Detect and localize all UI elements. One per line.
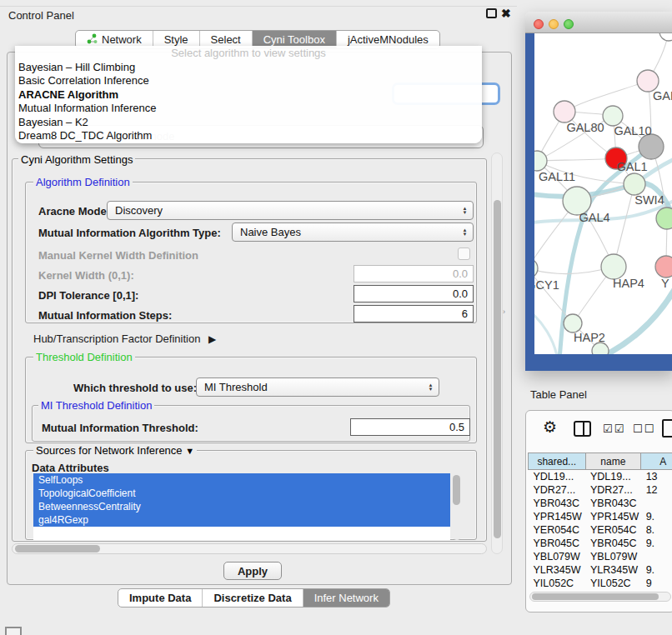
collapse-arrow-icon[interactable]: ▼ xyxy=(185,446,194,456)
table-cell[interactable]: 9. xyxy=(641,563,672,577)
table-cell[interactable]: YDL19... xyxy=(529,470,586,483)
table-cell[interactable]: 13 xyxy=(641,470,672,483)
table-cell[interactable]: 8. xyxy=(641,523,672,537)
algorithm-option[interactable]: Mutual Information Inference xyxy=(15,102,482,115)
network-node[interactable] xyxy=(601,254,626,279)
network-canvas[interactable]: GALGAL80GAL10GAL1GAL11SWI4GAL4GCY1HAP4YH… xyxy=(534,33,672,354)
table-cell[interactable] xyxy=(641,550,672,563)
table-cell[interactable]: YBR043C xyxy=(585,497,641,510)
network-node[interactable] xyxy=(534,258,538,278)
data-attribute-item[interactable]: SelfLoops xyxy=(33,473,450,487)
network-node[interactable] xyxy=(554,101,575,122)
table-cell[interactable]: YDR27... xyxy=(585,483,641,497)
network-node[interactable] xyxy=(655,256,672,278)
data-attributes-list[interactable]: SelfLoopsTopologicalCoefficientBetweenne… xyxy=(33,473,450,540)
table-column-header[interactable]: A xyxy=(641,453,672,470)
table-cell[interactable]: YIL052C xyxy=(529,577,586,590)
table-row[interactable]: YBR045CYBR045C9. xyxy=(529,537,672,550)
algorithm-option[interactable]: Dream8 DC_TDC Algorithm xyxy=(15,129,482,142)
table-hscrollbar-thumb[interactable] xyxy=(532,593,659,600)
kernel-width-input[interactable]: 0.0 xyxy=(354,265,474,282)
table-cell[interactable]: 9 xyxy=(641,577,672,590)
table-cell[interactable]: YER054C xyxy=(529,523,586,537)
table-cell[interactable]: YBR045C xyxy=(585,537,641,550)
network-node[interactable] xyxy=(659,33,672,41)
table-cell[interactable]: YLR345W xyxy=(585,563,641,577)
manual-kernel-width-checkbox[interactable] xyxy=(458,248,470,260)
network-node[interactable] xyxy=(564,314,582,332)
table-cell[interactable]: YBL079W xyxy=(585,550,641,563)
table-cell[interactable]: YDL19... xyxy=(585,470,641,483)
table-cell[interactable]: 12 xyxy=(641,483,672,497)
settings-vscrollbar[interactable] xyxy=(491,152,503,554)
split-columns-icon[interactable] xyxy=(574,421,591,437)
table-row[interactable]: YBR043CYBR043C xyxy=(529,497,672,510)
table-row[interactable]: YDL19...YDL19...13 xyxy=(529,470,672,483)
settings-vscrollbar-thumb[interactable] xyxy=(494,200,501,538)
network-node[interactable] xyxy=(624,173,645,195)
table-cell[interactable]: YPR145W xyxy=(529,510,586,523)
dpi-tolerance-input[interactable]: 0.0 xyxy=(354,285,474,302)
which-threshold-select[interactable]: MI Threshold ▲▼ xyxy=(196,378,439,397)
panel-splitter-arrow[interactable]: › xyxy=(503,308,505,316)
algorithm-option[interactable]: Bayesian – Hill Climbing xyxy=(15,61,482,74)
data-attribute-item[interactable]: BetweennessCentrality xyxy=(33,500,450,513)
table-cell[interactable]: YDR27... xyxy=(529,483,586,497)
attributes-scrollbar[interactable] xyxy=(452,473,462,540)
table-row[interactable]: YER054CYER054C8. xyxy=(529,523,672,537)
table-cell[interactable]: YBR045C xyxy=(529,537,586,550)
algorithm-option[interactable]: Basic Correlation Inference xyxy=(15,74,482,88)
table-cell[interactable]: YLR345W xyxy=(529,563,586,577)
gear-icon[interactable]: ⚙ xyxy=(543,418,557,437)
table-row[interactable]: YLR345WYLR345W9. xyxy=(529,563,672,577)
checked-checkboxes-icon[interactable]: ☑☑ xyxy=(603,422,625,435)
attributes-scrollbar-thumb[interactable] xyxy=(453,475,460,505)
network-node[interactable] xyxy=(592,342,609,354)
algorithm-option[interactable]: ARACNE Algorithm xyxy=(15,88,482,102)
table-cell[interactable]: 9. xyxy=(641,537,672,550)
page-icon[interactable] xyxy=(662,419,672,438)
table-row[interactable]: YDR27...YDR27...12 xyxy=(529,483,672,497)
unchecked-checkboxes-icon[interactable]: ☐☐ xyxy=(633,422,655,435)
settings-hscrollbar[interactable] xyxy=(12,543,487,554)
network-node-label: GCY1 xyxy=(534,278,559,292)
apply-button[interactable]: Apply xyxy=(223,562,282,580)
table-cell[interactable]: 9. xyxy=(641,510,672,523)
mi-threshold-input[interactable]: 0.5 xyxy=(350,418,470,436)
mi-steps-input[interactable]: 6 xyxy=(354,305,474,322)
table-hscrollbar[interactable] xyxy=(529,592,671,602)
table-cell[interactable]: YBL079W xyxy=(529,550,586,563)
float-panel-icon[interactable] xyxy=(486,8,497,18)
table-column-header[interactable]: shared... xyxy=(529,453,586,470)
table-cell[interactable] xyxy=(641,497,672,510)
settings-hscrollbar-thumb[interactable] xyxy=(15,545,100,552)
table-row[interactable]: YBL079WYBL079W xyxy=(529,550,672,563)
zoom-traffic-light[interactable] xyxy=(564,19,574,29)
tab-label: Network xyxy=(102,33,142,46)
table-cell[interactable]: YPR145W xyxy=(585,510,641,523)
table-cell[interactable]: YER054C xyxy=(585,523,641,537)
algorithm-option[interactable]: Bayesian – K2 xyxy=(15,116,482,129)
aracne-mode-select[interactable]: Discovery ▲▼ xyxy=(107,201,474,220)
close-icon[interactable]: ✖ xyxy=(501,7,511,20)
mi-algorithm-type-select[interactable]: Naive Bayes ▲▼ xyxy=(232,222,474,242)
tab-impute-data[interactable]: Impute Data xyxy=(118,589,202,607)
mi-threshold-label: Mutual Information Threshold: xyxy=(42,422,198,434)
tab-discretize-data[interactable]: Discretize Data xyxy=(202,589,302,607)
table-row[interactable]: YPR145WYPR145W9. xyxy=(529,510,672,523)
minimized-panel-icon[interactable] xyxy=(5,627,22,635)
tab-infer-network[interactable]: Infer Network xyxy=(303,589,389,607)
data-attribute-item[interactable]: gal4RGexp xyxy=(33,513,450,527)
network-node[interactable] xyxy=(603,106,623,126)
hub-definition-expander[interactable]: Hub/Transcription Factor Definition ▶ xyxy=(33,332,216,345)
window-titlebar[interactable] xyxy=(525,12,672,33)
table-cell[interactable]: YIL052C xyxy=(585,577,641,590)
network-node[interactable] xyxy=(656,208,672,229)
data-attribute-item[interactable]: TopologicalCoefficient xyxy=(33,487,450,500)
close-traffic-light[interactable] xyxy=(534,19,544,29)
table-column-header[interactable]: name xyxy=(585,453,641,470)
table-row[interactable]: YIL052CYIL052C9 xyxy=(529,577,672,590)
minimize-traffic-light[interactable] xyxy=(549,19,559,29)
network-node[interactable] xyxy=(639,134,664,159)
table-cell[interactable]: YBR043C xyxy=(529,497,586,510)
